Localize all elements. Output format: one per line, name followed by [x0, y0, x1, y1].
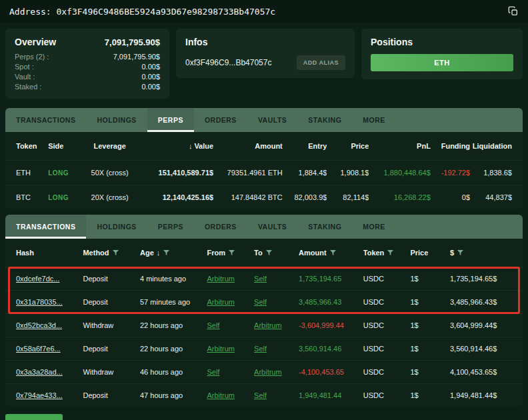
- price-cell: 1$: [410, 275, 450, 283]
- hash-link[interactable]: 0x794ae433...: [16, 391, 63, 399]
- amount-cell: -3,604,999.44: [299, 321, 363, 329]
- overview-row-value: 0.00$: [141, 83, 160, 91]
- method-cell: Withdraw: [83, 321, 140, 329]
- to-link[interactable]: Self: [254, 345, 267, 353]
- method-cell: Deposit: [83, 391, 140, 399]
- transaction-row: 0x3a3a28ad...Withdraw46 hours agoSelfArb…: [5, 360, 523, 383]
- perps-col-amount[interactable]: Amount: [213, 142, 283, 150]
- transactions-tab-perps[interactable]: PERPS: [147, 215, 194, 239]
- perps-col-leverage[interactable]: Leverage: [80, 142, 139, 150]
- from-link[interactable]: Arbitrum: [207, 298, 235, 306]
- transactions-tab-more[interactable]: MORE: [352, 215, 396, 239]
- perps-tab-orders[interactable]: ORDERS: [194, 108, 247, 132]
- perps-tab-perps[interactable]: PERPS: [147, 108, 194, 132]
- to-link[interactable]: Self: [254, 275, 267, 283]
- overview-total: 7,091,795.90$: [105, 37, 160, 47]
- to-link: Self: [254, 391, 299, 399]
- from-link: Arbitrum: [207, 391, 254, 399]
- token-cell: BTC: [16, 193, 48, 201]
- perps-col-liquidation[interactable]: Liquidation: [470, 142, 512, 150]
- transactions-col-to[interactable]: To: [254, 249, 299, 257]
- token-cell: ETH: [16, 169, 48, 177]
- perps-tab-staking[interactable]: STAKING: [297, 108, 352, 132]
- from-link[interactable]: Self: [207, 368, 219, 376]
- usd-cell: 1,735,194.65$: [450, 275, 512, 283]
- overview-row-value: 7,091,795.90$: [113, 53, 160, 61]
- hash-link[interactable]: 0xd52bca3d...: [16, 321, 62, 329]
- price-cell: 1$: [410, 298, 450, 306]
- side-cell: LONG: [48, 169, 80, 177]
- perps-col-value[interactable]: ↓Value: [139, 142, 213, 150]
- funnel-icon[interactable]: [229, 250, 235, 256]
- transactions-col-method[interactable]: Method: [83, 249, 140, 257]
- from-link: Arbitrum: [207, 345, 254, 353]
- value-cell: 12,140,425.16$: [139, 193, 213, 201]
- method-cell: Withdraw: [83, 368, 140, 376]
- side-cell: LONG: [48, 194, 80, 201]
- hash-link[interactable]: 0x3a3a28ad...: [16, 368, 63, 376]
- perps-tab-more[interactable]: MORE: [352, 108, 396, 132]
- to-link: Self: [254, 345, 299, 353]
- position-eth-button[interactable]: ETH: [371, 54, 513, 71]
- funding-cell: -192.72$: [431, 169, 470, 177]
- from-link[interactable]: Arbitrum: [207, 345, 235, 353]
- to-link[interactable]: Self: [254, 391, 267, 399]
- from-link[interactable]: Arbitrum: [207, 391, 235, 399]
- perps-tab-vaults[interactable]: VAULTS: [247, 108, 297, 132]
- transactions-col-age[interactable]: Age↓: [140, 249, 207, 257]
- transaction-row: 0x58a6f7e6...Deposit22 hours agoArbitrum…: [5, 337, 523, 360]
- to-link[interactable]: Self: [254, 298, 267, 306]
- transactions-col-price[interactable]: Price: [410, 249, 450, 257]
- funnel-icon[interactable]: [457, 250, 463, 256]
- perps-col-pnl[interactable]: PnL: [369, 142, 431, 150]
- liquidation-cell: 44,837$: [470, 193, 512, 201]
- overview-row-label: Spot :: [15, 63, 34, 71]
- transactions-tab-vaults[interactable]: VAULTS: [247, 215, 297, 239]
- perps-table-body: ETHLONG50X (cross)151,410,589.71$79351.4…: [5, 160, 523, 209]
- funnel-icon[interactable]: [387, 250, 393, 256]
- to-link: Arbitrum: [254, 368, 299, 376]
- funnel-icon[interactable]: [113, 250, 119, 256]
- perps-col-entry[interactable]: Entry: [283, 142, 327, 150]
- usd-cell: 3,485,966.43$: [450, 298, 512, 306]
- perps-tab-transactions[interactable]: TRANSACTIONS: [5, 108, 86, 132]
- hash-link[interactable]: 0x58a6f7e6...: [16, 345, 61, 353]
- funnel-icon[interactable]: [266, 250, 272, 256]
- hash-link[interactable]: 0x31a78035...: [16, 298, 63, 306]
- copy-address-button[interactable]: [508, 6, 519, 17]
- perps-col-side[interactable]: Side: [48, 142, 80, 150]
- funnel-icon[interactable]: [330, 250, 336, 256]
- perps-col-token[interactable]: Token: [16, 142, 48, 150]
- transactions-col-[interactable]: $: [450, 249, 512, 257]
- from-link[interactable]: Arbitrum: [207, 275, 235, 283]
- transactions-tab-holdings[interactable]: HOLDINGS: [86, 215, 147, 239]
- transactions-col-amount[interactable]: Amount: [299, 249, 363, 257]
- add-alias-button[interactable]: ADD ALIAS: [297, 55, 345, 70]
- pnl-cell: 16,268.22$: [369, 193, 431, 201]
- perps-col-funding[interactable]: Funding: [431, 142, 470, 150]
- transactions-tab-staking[interactable]: STAKING: [297, 215, 352, 239]
- transactions-table-header: HashMethodAge↓FromToAmountTokenPrice$: [5, 239, 523, 267]
- perps-col-price[interactable]: Price: [327, 142, 369, 150]
- hash-link[interactable]: 0xdcefe7dc...: [16, 275, 59, 283]
- token-cell: USDC: [363, 275, 411, 283]
- perps-row-btc: BTCLONG20X (cross)12,140,425.16$147.8484…: [5, 185, 523, 209]
- age-cell: 46 hours ago: [140, 368, 207, 376]
- hash-link: 0x31a78035...: [16, 298, 83, 306]
- funnel-icon[interactable]: [163, 250, 169, 256]
- overview-row-spot: Spot : 0.00$: [15, 63, 160, 71]
- transactions-col-from[interactable]: From: [207, 249, 254, 257]
- overview-title: Overview: [15, 37, 56, 47]
- transactions-tab-orders[interactable]: ORDERS: [194, 215, 247, 239]
- perps-tab-holdings[interactable]: HOLDINGS: [86, 108, 147, 132]
- from-link[interactable]: Self: [207, 321, 219, 329]
- to-link[interactable]: Arbitrum: [254, 321, 282, 329]
- transactions-col-hash[interactable]: Hash: [16, 249, 83, 257]
- transactions-tab-transactions[interactable]: TRANSACTIONS: [5, 215, 86, 239]
- to-link[interactable]: Arbitrum: [254, 368, 282, 376]
- transactions-col-token[interactable]: Token: [363, 249, 411, 257]
- amount-cell: -4,100,453.65: [299, 368, 363, 376]
- pagination-partial[interactable]: [5, 414, 63, 420]
- hash-link: 0xd52bca3d...: [16, 321, 83, 329]
- hash-link: 0x3a3a28ad...: [16, 368, 83, 376]
